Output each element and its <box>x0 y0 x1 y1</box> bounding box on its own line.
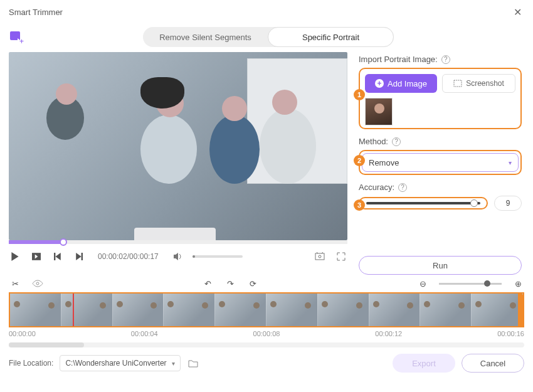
run-button[interactable]: Run <box>359 256 522 275</box>
mode-tabs: Remove Silent Segments Specific Portrait <box>143 27 394 47</box>
prev-frame-icon[interactable] <box>51 250 64 263</box>
callout-badge-2: 2 <box>354 155 365 166</box>
window-title: Smart Trimmer <box>9 8 63 17</box>
accuracy-slider[interactable] <box>366 202 480 204</box>
zoom-in-icon[interactable]: ⊕ <box>512 277 524 290</box>
volume-slider[interactable] <box>193 255 243 258</box>
eye-icon[interactable] <box>31 277 44 290</box>
svg-point-5 <box>36 282 39 285</box>
svg-point-3 <box>319 255 321 258</box>
portrait-thumbnail[interactable] <box>365 98 393 125</box>
svg-rect-4 <box>454 80 462 87</box>
cut-icon[interactable]: ✂ <box>9 277 21 290</box>
playhead[interactable] <box>73 292 74 327</box>
zoom-slider[interactable] <box>439 283 502 285</box>
svg-rect-2 <box>315 253 324 260</box>
plus-icon: + <box>375 79 384 88</box>
next-frame-icon[interactable] <box>73 250 85 263</box>
folder-icon[interactable] <box>187 357 199 369</box>
callout-badge-3: 3 <box>354 199 365 211</box>
play-icon[interactable] <box>9 250 21 263</box>
export-button: Export <box>393 354 455 373</box>
refresh-icon[interactable]: ⟳ <box>246 277 259 290</box>
zoom-out-icon[interactable]: ⊖ <box>416 277 429 290</box>
accuracy-label: Accuracy: <box>359 183 394 192</box>
close-icon[interactable]: ✕ <box>511 6 524 18</box>
chevron-down-icon: ▾ <box>509 159 512 166</box>
method-label: Method: <box>359 137 388 146</box>
help-icon[interactable]: ? <box>398 183 407 192</box>
screenshot-icon <box>453 80 462 87</box>
play-next-icon[interactable] <box>30 250 43 263</box>
add-image-button[interactable]: + Add Image <box>365 74 437 93</box>
import-portrait-label: Import Portrait Image: <box>359 55 438 64</box>
fullscreen-icon[interactable] <box>335 250 347 263</box>
screenshot-button[interactable]: Screenshot <box>442 74 515 93</box>
method-dropdown[interactable]: Remove ▾ <box>362 153 519 172</box>
tab-remove-silent[interactable]: Remove Silent Segments <box>143 27 268 47</box>
redo-icon[interactable]: ↷ <box>224 277 236 290</box>
svg-text:+: + <box>19 37 24 45</box>
file-location-dropdown[interactable]: C:\Wondershare UniConverter ▾ <box>60 355 180 371</box>
accuracy-value: 9 <box>494 196 522 211</box>
help-icon[interactable]: ? <box>441 55 450 64</box>
timeline[interactable] <box>9 292 524 327</box>
callout-badge-1: 1 <box>354 89 365 100</box>
seek-bar[interactable] <box>9 240 347 244</box>
cancel-button[interactable]: Cancel <box>462 354 524 373</box>
trim-handle-right[interactable] <box>518 294 523 327</box>
video-preview[interactable] <box>9 52 347 240</box>
timeline-scrollbar[interactable] <box>9 342 524 347</box>
help-icon[interactable]: ? <box>392 137 401 146</box>
chevron-down-icon: ▾ <box>172 360 175 367</box>
tab-specific-portrait[interactable]: Specific Portrait <box>268 27 394 47</box>
app-logo-icon: + <box>9 29 24 45</box>
snapshot-icon[interactable] <box>314 250 326 263</box>
undo-icon[interactable]: ↶ <box>201 277 214 290</box>
playback-time: 00:00:02/00:00:17 <box>98 252 159 261</box>
file-location-label: File Location: <box>9 359 53 368</box>
volume-icon[interactable] <box>171 250 184 263</box>
timeline-ruler: 00:00:0000:00:0400:00:0800:00:1200:00:16 <box>9 327 524 340</box>
